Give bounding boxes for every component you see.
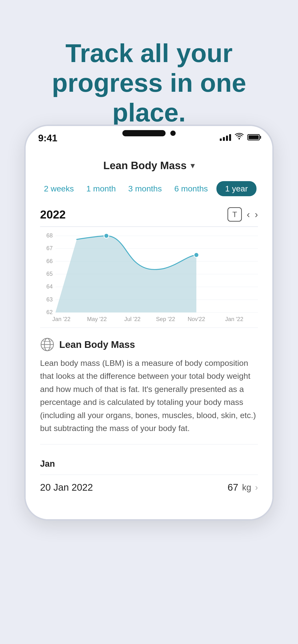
entry-date: 20 Jan 2022 [40,482,93,493]
filter-1year[interactable]: 1 year [216,181,256,196]
svg-text:Jan '22: Jan '22 [225,316,244,322]
phone-mockup: 9:41 [24,124,274,520]
data-section: Jan 20 Jan 2022 67 kg › [40,449,258,505]
filter-6months[interactable]: 6 months [170,182,212,195]
chart-header: 2022 T ‹ › [40,205,258,226]
next-arrow-icon[interactable]: › [255,209,258,220]
chart-area: 68 67 66 65 64 63 62 [40,232,258,323]
info-description: Lean body mass (LBM) is a measure of bod… [40,356,258,434]
battery-icon [247,134,260,140]
svg-text:Jan '22: Jan '22 [52,316,71,322]
entry-unit: kg [242,482,251,492]
app-content: Lean Body Mass ▾ 2 weeks 1 month 3 month… [26,150,272,519]
dropdown-chevron-icon[interactable]: ▾ [191,160,195,170]
notch [111,126,187,140]
svg-text:68: 68 [46,232,53,238]
svg-text:65: 65 [46,271,53,277]
data-month-label: Jan [40,459,258,469]
prev-arrow-icon[interactable]: ‹ [247,209,250,220]
table-row[interactable]: 20 Jan 2022 67 kg › [40,474,258,500]
svg-text:66: 66 [46,258,53,264]
svg-point-0 [238,138,240,140]
chart-year-label: 2022 [40,208,66,221]
entry-value: 67 [227,482,238,493]
notch-pill [122,130,166,136]
info-section: Lean Body Mass Lean body mass (LBM) is a… [40,332,258,440]
svg-text:May '22: May '22 [87,316,107,322]
row-chevron-icon: › [255,482,258,492]
filter-1month[interactable]: 1 month [83,182,120,195]
filter-3months[interactable]: 3 months [124,182,166,195]
entry-value-row: 67 kg › [227,482,258,493]
hero-title: Track all your progress in one place. [0,0,298,128]
svg-text:Sep '22: Sep '22 [156,316,175,322]
wifi-icon [235,133,244,142]
svg-point-16 [194,252,199,257]
svg-point-15 [104,233,109,238]
svg-text:64: 64 [46,284,53,290]
svg-text:Jul '22: Jul '22 [124,316,140,322]
status-time: 9:41 [38,133,57,144]
filter-2weeks[interactable]: 2 weeks [40,182,78,195]
svg-text:62: 62 [46,309,53,315]
table-view-button[interactable]: T [227,207,242,222]
status-bar: 9:41 [26,126,272,150]
status-icons [220,133,260,142]
screen-title: Lean Body Mass [103,160,186,172]
svg-text:67: 67 [46,245,53,251]
notch-dot [170,130,176,136]
svg-text:Nov'22: Nov'22 [188,316,205,322]
chart-controls: T ‹ › [227,207,258,222]
info-header: Lean Body Mass [40,337,258,352]
app-header: Lean Body Mass ▾ [40,155,258,181]
svg-text:63: 63 [46,296,53,302]
lean-body-mass-icon [40,337,54,352]
time-filter-bar: 2 weeks 1 month 3 months 6 months 1 year [40,181,258,205]
info-title: Lean Body Mass [59,339,135,350]
signal-icon [220,134,231,141]
